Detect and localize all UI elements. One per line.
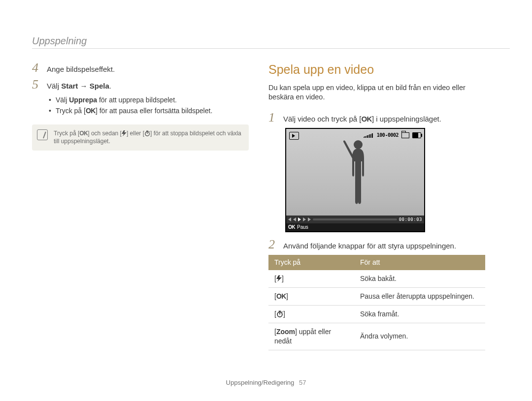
right-column: Spela upp en video Du kan spela upp en v…: [268, 62, 485, 350]
section-title: Spela upp en video: [268, 62, 485, 78]
svg-point-5: [354, 140, 363, 149]
step-number: 5: [32, 78, 41, 91]
ok-icon: OK: [288, 224, 295, 231]
table-row: [OK] Pausa eller återuppta uppspelningen…: [268, 288, 485, 306]
table-key: [Zoom] uppåt eller nedåt: [268, 323, 354, 350]
note-box: Tryck på [OK] och sedan [] eller [] för …: [32, 124, 249, 150]
ok-icon: OK: [276, 292, 286, 300]
svg-line-10: [282, 311, 282, 312]
bullet-list: Välj Upprepa för att upprepa bildspelet.…: [49, 95, 249, 116]
bold-text: Zoom: [276, 328, 295, 336]
play-mode-icon: [289, 132, 299, 140]
progress-track: [313, 218, 397, 220]
bold-text: Upprepa: [69, 96, 97, 104]
signal-bars-icon: [364, 133, 373, 138]
svg-marker-0: [122, 130, 127, 136]
controls-table: Tryck på För att [] Söka bakåt. [OK] Pau…: [268, 255, 485, 350]
svg-rect-3: [146, 131, 148, 132]
table-header-right: För att: [354, 255, 485, 270]
table-header-left: Tryck på: [268, 255, 354, 270]
note-icon: [37, 129, 48, 140]
step-2: 2 Använd följande knappar för att styra …: [268, 238, 485, 251]
ok-icon: OK: [79, 130, 88, 137]
play-icon: [298, 217, 301, 221]
table-value: Söka bakåt.: [354, 270, 485, 287]
rewind-icon: [293, 217, 296, 221]
bold-text: Start: [61, 82, 78, 90]
text: ] eller [: [127, 130, 144, 137]
table-row: [] Söka bakåt.: [268, 270, 485, 287]
left-column: 4 Ange bildspelseffekt. 5 Välj Start → S…: [32, 62, 249, 151]
flash-icon: [276, 275, 282, 282]
step-text: Välj Start → Spela.: [47, 81, 249, 91]
table-key: []: [268, 270, 354, 287]
flash-icon: [122, 130, 127, 136]
bullet-item: Välj Upprepa för att upprepa bildspelet.: [49, 95, 249, 105]
step-number: 4: [32, 62, 41, 74]
battery-icon: [412, 132, 421, 138]
table-key: []: [268, 306, 354, 323]
counter-text: 100-0002: [377, 132, 399, 139]
table-value: Ändra volymen.: [354, 323, 485, 350]
timer-icon: [276, 310, 283, 317]
section-intro: Du kan spela upp en video, klippa ut en …: [268, 83, 485, 102]
ok-icon: OK: [361, 115, 372, 123]
folder-icon: [401, 132, 409, 138]
text: .: [109, 82, 111, 90]
text: Välj: [56, 96, 69, 104]
footer-section: Uppspelning/Redigering: [226, 379, 295, 386]
text: ] i uppspelningsläget.: [372, 115, 441, 123]
step-4: 4 Ange bildspelseffekt.: [32, 62, 249, 74]
table-header-row: Tryck på För att: [268, 255, 485, 270]
step-number: 2: [268, 238, 277, 251]
step-number: 1: [268, 111, 277, 124]
svg-rect-9: [279, 311, 281, 312]
footer: Uppspelning/Redigering 57: [0, 378, 532, 387]
rewind-icon: [288, 217, 291, 221]
table-key: [OK]: [268, 288, 354, 306]
video-preview: 100-0002 00:00:03 OK Paus: [285, 128, 425, 232]
ok-icon: OK: [86, 107, 96, 115]
page: Uppspelning 4 Ange bildspelseffekt. 5 Vä…: [0, 0, 532, 401]
person-silhouette: [343, 138, 373, 212]
status-label: Paus: [297, 224, 308, 231]
svg-marker-6: [276, 276, 282, 282]
step-1: 1 Välj video och tryck på [OK] i uppspel…: [268, 111, 485, 124]
table-row: [] Söka framåt.: [268, 306, 485, 323]
video-status-bar: OK Paus: [286, 223, 424, 231]
text: Välj: [47, 82, 61, 90]
video-top-left: [289, 132, 299, 140]
text: Tryck på [: [56, 107, 86, 115]
bold-text: Spela: [90, 82, 109, 90]
text: för att upprepa bildspelet.: [97, 96, 177, 104]
step-5: 5 Välj Start → Spela.: [32, 78, 249, 91]
step-text: Ange bildspelseffekt.: [47, 64, 249, 74]
text: Välj video och tryck på [: [283, 115, 361, 123]
footer-page: 57: [299, 379, 306, 386]
text: →: [78, 82, 89, 90]
header-divider: [32, 48, 510, 49]
time-label: 00:00:03: [399, 216, 422, 222]
step-text: Välj video och tryck på [OK] i uppspelni…: [283, 114, 485, 124]
bullet-item: Tryck på [OK] för att pausa eller fortsä…: [49, 106, 249, 116]
table-value: Söka framåt.: [354, 306, 485, 323]
timer-icon: [144, 130, 150, 136]
table-value: Pausa eller återuppta uppspelningen.: [354, 288, 485, 306]
svg-line-4: [149, 131, 149, 132]
text: Tryck på [: [54, 130, 79, 137]
video-controls-bar: 00:00:03: [286, 216, 424, 223]
step-text: Använd följande knappar för att styra up…: [283, 241, 485, 251]
text: ] och sedan [: [88, 130, 122, 137]
section-header: Uppspelning: [32, 34, 87, 48]
forward-icon: [308, 217, 311, 221]
forward-icon: [303, 217, 306, 221]
text: ] för att pausa eller fortsätta bildspel…: [96, 107, 212, 115]
table-row: [Zoom] uppåt eller nedåt Ändra volymen.: [268, 323, 485, 350]
